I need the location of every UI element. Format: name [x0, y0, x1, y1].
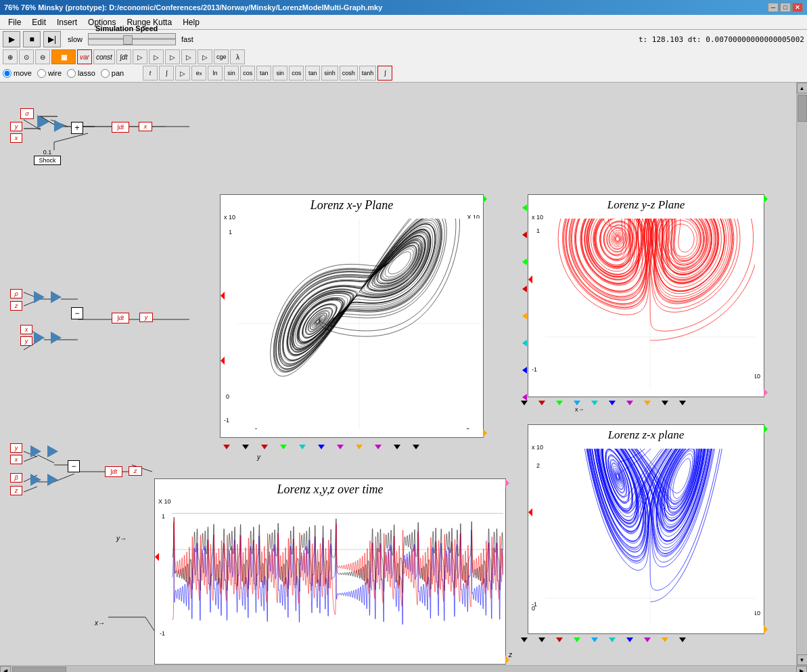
xy-rm4 [522, 286, 527, 292]
arrow2-btn1[interactable]: ▷ [175, 66, 190, 81]
zx-bm3 [556, 637, 563, 642]
x-near-yz: x→ [575, 406, 584, 413]
mult-triangle-6 [51, 332, 62, 344]
zx-bm7 [626, 637, 633, 642]
scroll-left-arrow[interactable]: ◀ [0, 666, 11, 673]
mult-triangle-8 [47, 445, 58, 457]
zx-plane-title: Lorenz z-x plane [528, 428, 764, 442]
lambda-button[interactable]: λ [230, 49, 245, 64]
var-button[interactable]: var [77, 49, 92, 64]
ts-marker-red [155, 553, 159, 561]
app-icon: 76% [4, 3, 19, 12]
m9 [375, 445, 382, 449]
stop-button[interactable]: ■ [23, 31, 41, 47]
scroll-thumb-h[interactable] [12, 667, 66, 673]
menu-file[interactable]: File [3, 16, 26, 28]
window-controls: ─ □ ✕ [768, 3, 803, 12]
mode-move[interactable]: move [3, 69, 32, 78]
ts-x10: X 10 [158, 498, 171, 505]
play-button[interactable]: ▶ [3, 31, 20, 47]
mode-pan[interactable]: pan [101, 69, 124, 78]
mode-wire[interactable]: wire [37, 69, 62, 78]
x-var-bot: x [10, 455, 22, 464]
menu-insert[interactable]: Insert [51, 16, 83, 28]
cge-button[interactable]: cge [214, 49, 229, 64]
m3 [261, 445, 268, 449]
const-button[interactable]: const [93, 49, 115, 64]
arrow-right-btn2[interactable]: ▷ [149, 49, 164, 64]
yz-m5 [591, 401, 598, 405]
godley-button[interactable]: ▦ [51, 49, 76, 64]
shock-container: 0.1 Shock [34, 149, 61, 165]
yz-y-neg1: -1 [532, 366, 537, 373]
mode-lasso[interactable]: lasso [67, 69, 95, 78]
marker-red-left [221, 292, 225, 300]
time-series-plot[interactable]: Lorenz x,y,z over time X 10 x 100 1 -1 0… [154, 478, 506, 665]
ln-btn[interactable]: ln [208, 66, 223, 81]
sin2-btn[interactable]: sin [273, 66, 287, 81]
yz-plane-plot[interactable]: Lorenz y-z Plane x 10 x 10 1 -1 0 [528, 194, 764, 397]
beta-var-bot: β [10, 473, 22, 483]
tanh-btn[interactable]: tanh [359, 66, 377, 81]
cos-btn[interactable]: cos [240, 66, 255, 81]
tan2-btn[interactable]: tan [305, 66, 320, 81]
scroll-up-arrow[interactable]: ▲ [797, 83, 808, 93]
zx-bm4 [574, 637, 580, 642]
menu-help[interactable]: Help [177, 16, 205, 28]
y-indicator: y→ [116, 535, 126, 542]
time-series-title: Lorenz x,y,z over time [155, 483, 505, 497]
title-bar: 76% 76% Minsky (prototype): D:/economic/… [0, 0, 807, 15]
arrow-right-btn3[interactable]: ▷ [165, 49, 180, 64]
zoom-in-button[interactable]: ⊕ [3, 49, 18, 64]
xy-rm5 [522, 313, 527, 319]
scrollbar-right[interactable]: ▲ ▼ [796, 83, 807, 665]
xy-plane-plot[interactable]: Lorenz x-y Plane x 10 X 10 1 0 -1 0 1 [220, 194, 484, 438]
scrollbar-bottom[interactable]: ◀ ▶ [0, 665, 807, 672]
xy-rm3 [522, 259, 527, 265]
speed-slider-container[interactable]: Simulation Speed [88, 33, 176, 45]
menu-edit[interactable]: Edit [26, 16, 51, 28]
svg-line-31 [24, 487, 37, 492]
arrow-right-btn1[interactable]: ▷ [133, 49, 147, 64]
zx-bm9 [662, 637, 668, 642]
zx-bottom-markers [521, 637, 686, 642]
scroll-down-arrow[interactable]: ▼ [797, 654, 808, 665]
window-title: 76% Minsky (prototype): D:/economic/Conf… [21, 3, 382, 12]
maximize-button[interactable]: □ [780, 3, 791, 12]
xy-rm7 [522, 367, 527, 374]
zoom-normal-button[interactable]: ⊙ [19, 49, 34, 64]
euler-btn[interactable]: ∫ [159, 66, 174, 81]
canvas-area[interactable]: σ y x + ∫dt x 0.1 Shock ρ z x y [0, 83, 796, 665]
minus-block-bot: − [68, 460, 80, 472]
cosh-btn[interactable]: cosh [340, 66, 358, 81]
scroll-right-arrow[interactable]: ▶ [796, 666, 807, 673]
xy-canvas [237, 219, 481, 428]
y-var-top: y [10, 122, 22, 131]
x-near-zx: x→ [663, 665, 672, 665]
xy-rm6 [522, 340, 527, 346]
yz-canvas [545, 219, 755, 388]
speed-title-label: Simulation Speed [95, 24, 158, 32]
integrator-mid: ∫dt [112, 313, 129, 323]
yz-m1 [521, 401, 528, 405]
time-btn[interactable]: t [143, 66, 158, 81]
arrow-right-btn5[interactable]: ▷ [198, 49, 212, 64]
mult-triangle-3 [34, 291, 45, 303]
mult-triangle-1 [37, 115, 49, 129]
sin-btn[interactable]: sin [224, 66, 239, 81]
scroll-thumb[interactable] [798, 95, 807, 122]
yz-marker-pink [764, 388, 768, 397]
tan-btn[interactable]: tan [256, 66, 271, 81]
close-button[interactable]: ✕ [792, 3, 803, 12]
zx-plane-plot[interactable]: Lorenz z-x plane x 10 x 10 2 0 -1 0 [528, 424, 764, 634]
cos2-btn[interactable]: cos [289, 66, 304, 81]
integral-button[interactable]: ∫dt [116, 49, 131, 64]
zoom-out-button[interactable]: ⊖ [35, 49, 50, 64]
arrow-right-btn4[interactable]: ▷ [181, 49, 196, 64]
sinh-btn[interactable]: sinh [321, 66, 338, 81]
pow-btn[interactable]: ex [191, 66, 206, 81]
yz-plane-title: Lorenz y-z Plane [528, 198, 764, 212]
minimize-button[interactable]: ─ [768, 3, 779, 12]
step-button[interactable]: ▶| [43, 31, 61, 47]
integral2-btn[interactable]: ∫ [377, 66, 392, 81]
